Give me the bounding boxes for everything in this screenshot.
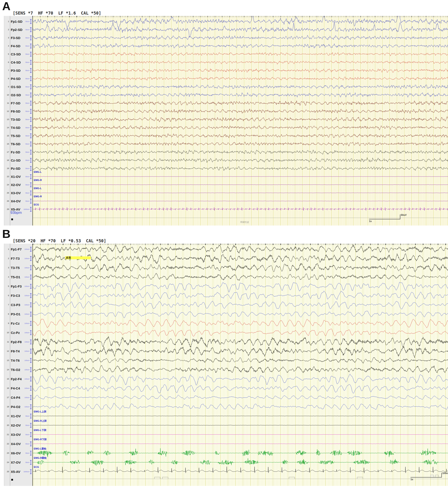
channel-scale-value: 50uV [25,192,30,194]
time-scale-label-b: 1s [410,478,413,481]
channel-scale: 50uV [25,117,32,122]
channel-row-T4-SD: 14T4-SD50uV [4,123,32,132]
channel-label: X3-OV [11,433,21,436]
scale-ibeam-icon [30,166,32,171]
channel-scale: 100uV [24,349,32,353]
channel-scale-value: 50uV [25,424,30,426]
channel-label: X5-AV [11,470,20,473]
channel-row-Cz-Pz: 10Cz-Pz100uV [4,328,32,337]
channel-scale-value: 100uV [24,322,30,324]
channel-row-C4-SD: 6C4-SD50uV [4,58,32,66]
channel-row-Fz-Cz: 9Fz-Cz100uV [4,319,32,328]
scale-ibeam-icon [30,125,32,130]
channel-scale-value: 50uV [25,127,30,129]
channel-number: 19 [4,415,9,417]
channel-row-F3-C3: 6F3-C3100uV [4,291,32,300]
channel-row-C3-SD: 5C3-SD50uV [4,50,32,58]
channel-row-P3-SD: 7P3-SD50uV [4,66,32,74]
channel-number: 3 [4,37,9,39]
channel-row-X3-OV: 21X3-OV50uV [4,430,32,439]
channel-scale-value: 1000uV [23,471,30,473]
channel-label: F4-C4 [11,386,20,390]
channel-label: X5-AV [11,207,20,211]
channel-row-C3-P3: 7C3-P3100uV [4,300,32,309]
sleep-stage-tag: 凌晨 [65,256,91,259]
channel-scale-value: 100uV [24,248,30,250]
channel-number: 1 [4,20,9,23]
channel-label: P3-O1 [11,312,20,316]
channel-row-X2-OV: 24X2-OV50uV [4,181,32,189]
channel-number: 25 [4,471,9,473]
channel-scale-value: 100uV [24,378,30,380]
channel-number: 8 [4,313,9,315]
channel-scale: 100uV [24,275,32,279]
scale-ibeam-icon [30,207,32,212]
channel-row-X7-OV: 24X7-OV50uV [4,458,32,467]
channel-number: 20 [4,424,9,426]
channel-row-X1-OV: 23X1-OV50uV [4,172,32,181]
scale-ibeam-icon [30,432,32,437]
scale-ibeam-icon [30,158,32,163]
trace-label-X7-OV: EMG-R眼轮 [34,456,47,460]
panel-b-letter: B [2,229,448,239]
channel-scale-value: 100uV [24,350,30,352]
channel-scale-value: 100uV [24,359,30,361]
scale-ibeam-icon [30,101,32,106]
end-marker-a [11,219,13,220]
channel-number: 3 [4,267,9,269]
channel-row-Fp2-F8: 11Fp2-F8100uV [4,337,32,346]
channel-row-T6-O2: 14T6-O2100uV [4,365,32,374]
channel-scale: 100uV [24,340,32,344]
channel-row-F7-SD: 11F7-SD50uV [4,99,32,107]
channel-scale-value: 50uV [25,94,30,96]
trace-label-X1-OV: EMG-L上肢 [34,410,46,413]
channel-label: P3-SD [11,69,21,72]
channel-number: 17 [4,396,9,399]
channel-scale: 100uV [24,284,32,289]
channel-scale-value: 100uV [24,341,30,343]
channel-number: 18 [4,406,9,408]
channel-row-X1-OV: 19X1-OV50uV [4,411,32,421]
scale-bar-riser [441,473,442,478]
channel-row-X2-OV: 20X2-OV50uV [4,421,32,430]
panel-a: A [SENS *7 HF *70 LF *1.6 CAL *50] 93bpm… [0,1,448,226]
channel-scale-value: 50uV [25,61,30,63]
channel-label: X4-OV [11,199,21,203]
channel-scale: 50uV [25,423,32,428]
channel-scale-value: 50uV [25,461,30,463]
channel-scale-value: 50uV [25,184,30,186]
scale-ibeam-icon [30,395,32,400]
channel-number: 10 [4,94,9,96]
channel-number: 7 [4,304,9,306]
channel-scale: 50uV [25,19,32,24]
scale-ibeam-icon [30,84,32,89]
scale-ibeam-icon [30,60,32,65]
panel-b-settings-header: [SENS *20 HF *70 LF *0.53 CAL *50] [13,238,448,243]
channel-number: 22 [4,443,9,445]
channel-number: 12 [4,350,9,352]
channel-row-F3-SD: 3F3-SD50uV [4,34,32,42]
channel-scale: 100uV [24,312,32,317]
channel-label: X7-OV [11,461,21,464]
channel-scale: 50uV [25,142,32,146]
channel-label: X4-OV [11,442,21,446]
channel-scale-value: 50uV [25,45,30,47]
channel-scale-value: 50uV [25,151,30,153]
channel-number: 11 [4,341,9,343]
channel-label: Fp2-F8 [11,340,22,344]
scale-ibeam-icon [30,68,32,73]
scale-bar-line [369,219,400,219]
channel-scale: 50uV [25,44,32,48]
channel-scale: 50uV [25,441,32,446]
channel-number: 11 [4,102,9,104]
channel-row-F8-T4: 12F8-T4100uV [4,346,32,356]
scale-ibeam-icon [30,27,32,32]
channel-label: X1-OV [11,175,21,179]
scale-bar-riser [400,214,400,219]
channel-scale-value: 100uV [24,304,30,306]
channel-scale-value: 50uV [25,167,30,170]
channel-row-Fp2-SD: 2Fp2-SD50uV [4,26,32,34]
channel-gutter-b: 1Fp1-F7100uV2F7-T3100uV3T3-T5100uV4T5-O1… [4,244,32,486]
trace-label-X2-OV: EMG-R [34,179,42,181]
channel-number: 16 [4,143,9,145]
